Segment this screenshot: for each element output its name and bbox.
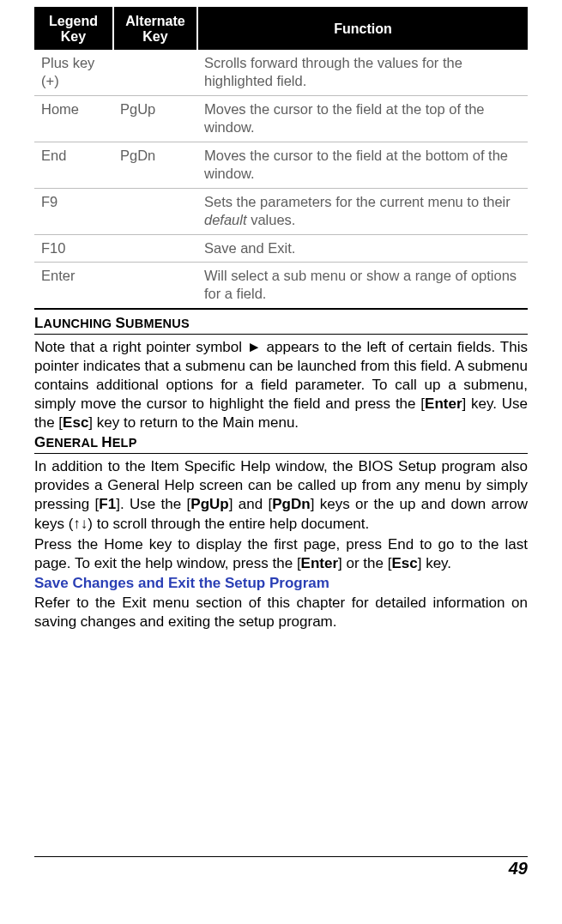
spacer bbox=[34, 633, 528, 856]
paragraph-generalhelp-1: In addition to the Item Specific Help wi… bbox=[34, 457, 528, 533]
cell-legend: Home bbox=[34, 95, 113, 142]
cell-legend: Enter bbox=[34, 262, 113, 308]
paragraph-save-changes: Refer to the Exit menu section of this c… bbox=[34, 594, 528, 631]
cell-alt bbox=[113, 234, 197, 262]
header-function: Function bbox=[197, 8, 528, 50]
cell-function: Will select a sub menu or show a range o… bbox=[197, 262, 528, 308]
cell-alt bbox=[113, 188, 197, 234]
cell-alt bbox=[113, 50, 197, 95]
table-row: Enter Will select a sub menu or show a r… bbox=[34, 262, 528, 308]
heading-launching-submenus: LAUNCHING SUBMENUS bbox=[34, 315, 528, 335]
cell-alt: PgDn bbox=[113, 142, 197, 188]
cell-function: Moves the cursor to the field at the top… bbox=[197, 95, 528, 142]
paragraph-submenus: Note that a right pointer symbol ► appea… bbox=[34, 338, 528, 432]
table-row: Home PgUp Moves the cursor to the field … bbox=[34, 95, 528, 142]
cell-function: Moves the cursor to the field at the bot… bbox=[197, 142, 528, 188]
page-number: 49 bbox=[34, 856, 528, 879]
cell-legend: Plus key (+) bbox=[34, 50, 113, 95]
heading-save-changes: Save Changes and Exit the Setup Program bbox=[34, 575, 528, 592]
legend-key-table: Legend Key Alternate Key Function Plus k… bbox=[34, 7, 528, 310]
header-alternate: Alternate Key bbox=[113, 8, 197, 50]
cell-alt: PgUp bbox=[113, 95, 197, 142]
table-row: F10 Save and Exit. bbox=[34, 234, 528, 262]
cell-function: Scrolls forward through the values for t… bbox=[197, 50, 528, 95]
table-row: Plus key (+) Scrolls forward through the… bbox=[34, 50, 528, 95]
cell-legend: End bbox=[34, 142, 113, 188]
heading-general-help: GENERAL HELP bbox=[34, 434, 528, 454]
table-row: F9 Sets the parameters for the current m… bbox=[34, 188, 528, 234]
cell-legend: F10 bbox=[34, 234, 113, 262]
cell-function: Sets the parameters for the current menu… bbox=[197, 188, 528, 234]
cell-legend: F9 bbox=[34, 188, 113, 234]
paragraph-generalhelp-2: Press the Home key to display the first … bbox=[34, 535, 528, 573]
cell-function: Save and Exit. bbox=[197, 234, 528, 262]
table-row: End PgDn Moves the cursor to the field a… bbox=[34, 142, 528, 188]
header-legend: Legend Key bbox=[34, 8, 113, 50]
cell-alt bbox=[113, 262, 197, 308]
